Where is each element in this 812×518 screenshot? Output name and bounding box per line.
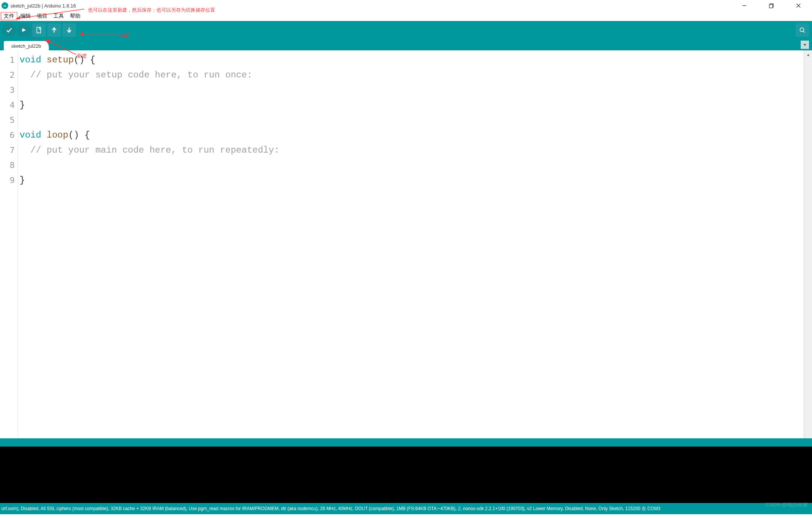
verify-button[interactable] bbox=[2, 23, 16, 37]
code-area[interactable]: void setup() { // put your setup code he… bbox=[18, 50, 804, 438]
arduino-logo-icon: ∞ bbox=[2, 2, 8, 9]
scroll-up-icon[interactable]: ▴ bbox=[804, 50, 812, 59]
tab-dropdown-button[interactable] bbox=[801, 41, 809, 49]
maximize-button[interactable] bbox=[758, 0, 785, 11]
editor: 123456789 void setup() { // put your set… bbox=[0, 50, 812, 438]
window-controls bbox=[731, 0, 812, 11]
svg-marker-11 bbox=[803, 44, 806, 46]
menu-tools[interactable]: 工具 bbox=[50, 12, 67, 20]
menu-edit[interactable]: 编辑 bbox=[17, 12, 34, 20]
vertical-scrollbar[interactable]: ▴ bbox=[804, 50, 812, 438]
tabbar: sketch_jul22b bbox=[0, 39, 812, 50]
annotation-box bbox=[33, 25, 77, 40]
upload-button[interactable] bbox=[17, 23, 31, 37]
menu-sketch[interactable]: 项目 bbox=[34, 12, 50, 20]
toolbar bbox=[0, 21, 812, 39]
svg-rect-2 bbox=[770, 5, 773, 8]
watermark: CSDN @电控砖家 bbox=[765, 501, 808, 508]
statusbar: orf.oom), Disabled, All SSL ciphers (mos… bbox=[0, 503, 812, 514]
close-button[interactable] bbox=[785, 0, 812, 11]
serial-monitor-button[interactable] bbox=[795, 23, 809, 37]
window-title: sketch_jul22b | Arduino 1.8.16 bbox=[11, 3, 76, 9]
minimize-button[interactable] bbox=[731, 0, 758, 11]
tab-active[interactable]: sketch_jul22b bbox=[4, 41, 49, 50]
menubar: 文件 编辑 项目 工具 帮助 bbox=[0, 11, 812, 21]
menu-help[interactable]: 帮助 bbox=[67, 12, 83, 20]
svg-marker-5 bbox=[22, 28, 26, 32]
svg-line-10 bbox=[803, 31, 805, 33]
message-bar bbox=[0, 438, 812, 447]
status-text: orf.oom), Disabled, All SSL ciphers (mos… bbox=[2, 506, 661, 512]
line-gutter: 123456789 bbox=[0, 50, 18, 438]
menu-file[interactable]: 文件 bbox=[1, 12, 17, 20]
titlebar: ∞ sketch_jul22b | Arduino 1.8.16 bbox=[0, 0, 812, 11]
console bbox=[0, 447, 812, 503]
